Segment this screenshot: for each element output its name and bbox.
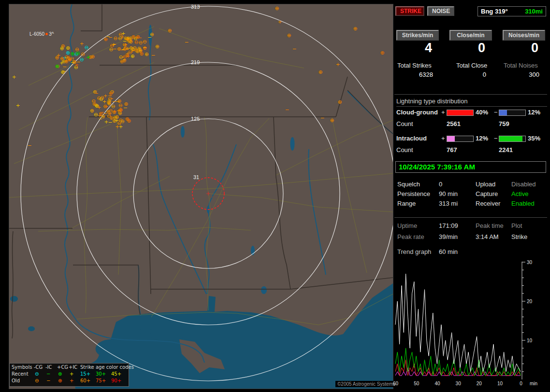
svg-text:40: 40 (434, 381, 440, 386)
bearing-value: Bng 319° (481, 8, 508, 15)
strike-symbol: − (285, 107, 289, 112)
peak-rate-value: 39/min (439, 233, 458, 240)
legend-symbol-icon: ⊕ (58, 371, 62, 377)
strike-symbol: − (76, 59, 81, 65)
station-marker-icon (45, 33, 48, 35)
receiver-status: Enabled (511, 200, 535, 207)
plus-sign: + (441, 109, 445, 116)
legend-symbol-icon: − (46, 371, 50, 377)
strike-symbol: ⊕ (380, 50, 384, 56)
strike-symbol: − (112, 99, 116, 104)
strike-symbol: ⊖ (99, 97, 103, 102)
strike-symbol: − (184, 40, 188, 45)
upload-label: Upload (476, 181, 495, 188)
range-ring-label-219: 219 (191, 59, 200, 65)
strike-symbol: + (80, 41, 84, 46)
squelch-label: Squelch (397, 181, 420, 188)
trend-graph-label: Trend graph (397, 248, 431, 255)
legend-text: -IC (45, 364, 52, 370)
strike-symbol: ⊕ (55, 64, 59, 69)
svg-text:0: 0 (520, 381, 522, 386)
plot-label: Plot (511, 222, 522, 229)
minus-sign: − (494, 109, 498, 116)
control-panel: STRIKE NOISE Bng 319° 310mi Strikes/min … (392, 0, 550, 392)
close-per-min-button[interactable]: Close/min (449, 30, 492, 41)
strike-symbol: ⊕ (60, 45, 64, 51)
svg-text:10: 10 (497, 381, 503, 386)
strike-symbol: ⊖ (75, 46, 79, 52)
uptime-label: Uptime (397, 222, 417, 229)
app-root: ⊕⊖⊖−−+−+⊖⊖+⊕⊕−⊖⊕⊖−⊕⊕⊖−⊖++⊖−⊕+⊖⊖⊕⊕−−−⊖⊕+⊕… (0, 0, 550, 392)
strike-symbol: + (115, 124, 119, 129)
cg-row-label: Cloud-ground (396, 109, 438, 116)
capture-status: Active (511, 190, 528, 197)
strikes-per-min-button[interactable]: Strikes/min (396, 30, 439, 41)
range-ring-label-125: 125 (191, 116, 200, 122)
legend-text: 75+ (96, 378, 106, 383)
strike-symbol: + (277, 19, 282, 25)
strike-symbol: + (335, 62, 340, 67)
svg-text:30: 30 (456, 381, 462, 386)
distribution-title: Lightning type distribution (396, 98, 547, 107)
legend-symbol-icon: + (70, 378, 73, 383)
range-ring-label-313: 313 (191, 4, 200, 10)
strike-symbol: ⊖ (138, 40, 143, 45)
strike-symbol: ⊕ (330, 118, 334, 123)
plot-value: Strike (511, 233, 527, 240)
total-strikes-label: Total Strikes (397, 62, 432, 69)
legend-text: 60+ (80, 378, 90, 383)
strike-symbol: ⊕ (130, 54, 135, 59)
receiver-label: Receiver (476, 200, 500, 207)
svg-text:10: 10 (527, 338, 533, 343)
strike-symbol: ⊕ (275, 6, 279, 11)
strike-symbol: − (151, 52, 156, 57)
datetime-value: 10/24/2025 7:39:16 AM (399, 163, 475, 171)
strike-symbol: ⊕ (99, 111, 103, 116)
peak-time-label: Peak time (476, 222, 504, 229)
svg-text:60: 60 (393, 381, 399, 386)
strike-symbol: ⊖ (119, 55, 123, 60)
noises-per-min-button[interactable]: Noises/min (503, 30, 545, 41)
legend-symbol-icon: ⊕ (58, 378, 62, 383)
trend-series-strike-rate (395, 274, 521, 372)
strike-symbol: ⊕ (150, 32, 154, 37)
map-view[interactable]: ⊕⊖⊖−−+−+⊖⊖+⊕⊕−⊖⊕⊖−⊕⊕⊖−⊖++⊖−⊕+⊖⊖⊕⊕−−−⊖⊕+⊕… (9, 4, 393, 389)
strike-symbol: ⊕ (90, 108, 94, 113)
legend-text: Strike age color codes (80, 364, 134, 370)
strike-symbol: ⊖ (113, 36, 117, 41)
legend-text: 45+ (111, 371, 121, 377)
cg-minus-bar (499, 110, 526, 116)
legend-symbol-icon: − (46, 378, 50, 383)
divider (394, 217, 547, 218)
ic-minus-bar (499, 136, 526, 142)
legend-text: -CG (34, 364, 43, 370)
station-label: L-60503^ (29, 31, 54, 37)
plus-sign: + (441, 135, 445, 142)
squelch-value: 0 (439, 181, 442, 188)
strike-symbol: ⊕ (125, 116, 130, 122)
peak-rate-label: Peak rate (397, 233, 424, 240)
ic-count-label: Count (396, 146, 413, 154)
persistence-value: 90 min (439, 190, 458, 197)
svg-text:20: 20 (477, 381, 482, 386)
legend-symbol-icon: + (70, 371, 73, 377)
close-per-min-value: 0 (449, 41, 491, 56)
ic-plus-count: 767 (447, 146, 457, 154)
uptime-value: 171:09 (439, 222, 458, 229)
strike-button[interactable]: STRIKE (395, 6, 424, 16)
cg-plus-count: 2561 (447, 120, 461, 127)
strike-symbol: − (62, 68, 66, 73)
peak-time-value: 3:14 AM (476, 233, 499, 240)
strike-symbol: + (121, 30, 125, 36)
cg-plus-percent: 40% (476, 109, 488, 116)
ic-row-label: Intracloud (396, 135, 427, 142)
upload-status: Disabled (511, 181, 536, 188)
ic-minus-percent: 35% (528, 135, 540, 142)
cg-count-label: Count (396, 120, 413, 127)
range-ring-label-31: 31 (193, 174, 199, 180)
noise-button[interactable]: NOISE (427, 6, 454, 16)
strike-symbol: ⊕ (337, 99, 342, 105)
legend-text: 30+ (96, 371, 106, 377)
strike-symbol: + (104, 119, 108, 124)
station-id: L-6050 (29, 31, 44, 37)
